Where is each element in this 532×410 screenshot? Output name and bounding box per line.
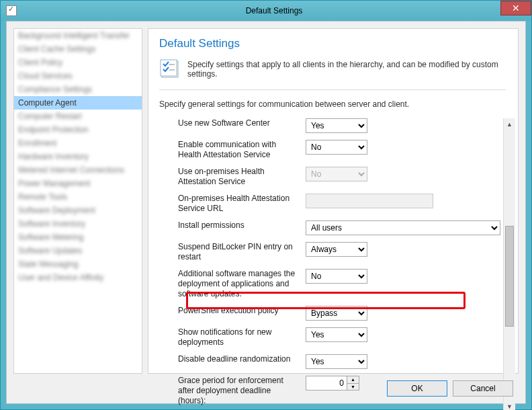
setting-label: Show notifications for new deployments bbox=[178, 327, 306, 347]
sidebar-item-label: Software Updates bbox=[18, 246, 82, 255]
setting-label: Suspend BitLocker PIN entry on restart bbox=[178, 242, 306, 262]
setting-label: Enable communication with Health Attesta… bbox=[178, 140, 306, 160]
sidebar-item[interactable]: Remote Tools bbox=[14, 190, 142, 204]
setting-control: Always bbox=[306, 242, 367, 257]
setting-label: Grace period for enforcement after deplo… bbox=[178, 376, 306, 406]
ok-button[interactable]: OK bbox=[387, 380, 447, 397]
setting-row: Use new Software CenterYes bbox=[178, 118, 500, 133]
sidebar-item-label: Software Deployment bbox=[18, 206, 95, 215]
panel-sub-intro: Specify general settings for communicati… bbox=[159, 99, 515, 109]
sidebar-item-label: Enrollment bbox=[18, 138, 56, 148]
sidebar-item-label: Computer Restart bbox=[18, 112, 82, 121]
sidebar-item-label: Software Inventory bbox=[18, 219, 85, 229]
sidebar-item[interactable]: Software Updates bbox=[14, 244, 142, 257]
setting-label: PowerShell execution policy bbox=[178, 306, 306, 316]
sidebar-item[interactable]: Computer Restart bbox=[14, 110, 142, 123]
setting-control: ▲▼ bbox=[306, 376, 359, 391]
setting-dropdown[interactable]: All users bbox=[306, 220, 500, 235]
sidebar-item[interactable]: Client Policy bbox=[14, 56, 142, 69]
sidebar-item[interactable]: Client Cache Settings bbox=[14, 42, 142, 56]
sidebar-item[interactable]: Software Inventory bbox=[14, 217, 142, 231]
sidebar-item[interactable]: Software Metering bbox=[14, 231, 142, 244]
sidebar-item[interactable]: Background Intelligent Transfer bbox=[14, 29, 142, 42]
setting-row: Additional software manages the deployme… bbox=[178, 269, 500, 299]
panel-intro: Specify settings that apply to all clien… bbox=[187, 60, 506, 79]
setting-textbox bbox=[306, 194, 433, 208]
panel-heading: Default Settings bbox=[159, 37, 515, 50]
sidebar-item-label: Computer Agent bbox=[18, 98, 77, 108]
titlebar: Default Settings ✕ bbox=[1, 1, 531, 21]
sidebar-item[interactable]: Computer Agent bbox=[14, 96, 142, 110]
sidebar-item[interactable]: Software Deployment bbox=[14, 204, 142, 217]
system-menu-icon[interactable] bbox=[6, 5, 17, 16]
sidebar-item-label: Client Policy bbox=[18, 58, 62, 67]
sidebar-item-label: State Messaging bbox=[18, 259, 78, 269]
setting-dropdown[interactable]: Always bbox=[306, 242, 367, 257]
sidebar-item-label: User and Device Affinity bbox=[18, 273, 103, 282]
setting-control: All users bbox=[306, 220, 500, 235]
scroll-down-arrow[interactable]: ▼ bbox=[504, 401, 515, 410]
sidebar-item[interactable]: Cloud Services bbox=[14, 69, 142, 83]
setting-control: No bbox=[306, 140, 367, 155]
setting-dropdown[interactable]: Yes bbox=[306, 354, 367, 369]
setting-label: On-premises Health Attestation Service U… bbox=[178, 194, 306, 214]
sidebar-item[interactable]: Compliance Settings bbox=[14, 83, 142, 96]
sidebar-item-label: Software Metering bbox=[18, 233, 83, 242]
dialog-button-bar: OK Cancel bbox=[387, 380, 513, 397]
settings-panel: Default Settings Specify settings that a… bbox=[148, 28, 519, 374]
setting-label: Use on-premises Health Attestation Servi… bbox=[178, 167, 306, 187]
setting-label: Use new Software Center bbox=[178, 118, 306, 128]
setting-row: Enable communication with Health Attesta… bbox=[178, 140, 500, 160]
setting-label: Additional software manages the deployme… bbox=[178, 269, 306, 299]
setting-control: No bbox=[306, 167, 367, 181]
setting-dropdown: No bbox=[306, 167, 367, 181]
divider bbox=[159, 89, 506, 90]
sidebar-item[interactable]: Enrollment bbox=[14, 136, 142, 150]
spinner-down[interactable]: ▼ bbox=[347, 384, 359, 391]
default-settings-window: Default Settings ✕ Background Intelligen… bbox=[0, 0, 532, 410]
settings-list: Use new Software CenterYesEnable communi… bbox=[159, 118, 503, 410]
setting-dropdown[interactable]: No bbox=[306, 269, 367, 284]
scroll-up-arrow[interactable]: ▲ bbox=[504, 118, 515, 130]
setting-row: Install permissionsAll users bbox=[178, 220, 500, 235]
setting-control: Yes bbox=[306, 354, 367, 369]
setting-row: Disable deadline randomizationYes bbox=[178, 354, 500, 369]
setting-control bbox=[306, 194, 433, 208]
sidebar-item-label: Power Management bbox=[18, 179, 90, 188]
sidebar-item[interactable]: Endpoint Protection bbox=[14, 123, 142, 136]
spinner-input[interactable] bbox=[306, 376, 347, 390]
setting-control: Yes bbox=[306, 118, 367, 133]
setting-control: Yes bbox=[306, 327, 367, 342]
spinner-up[interactable]: ▲ bbox=[347, 376, 359, 384]
vertical-scrollbar[interactable]: ▲ ▼ bbox=[503, 118, 515, 410]
sidebar-item[interactable]: Hardware Inventory bbox=[14, 150, 142, 163]
setting-row: PowerShell execution policyBypass bbox=[178, 306, 500, 321]
sidebar-item-label: Background Intelligent Transfer bbox=[18, 31, 130, 40]
setting-dropdown[interactable]: Yes bbox=[306, 118, 367, 133]
sidebar-item[interactable]: State Messaging bbox=[14, 257, 142, 271]
setting-dropdown[interactable]: Bypass bbox=[306, 306, 367, 321]
setting-label: Install permissions bbox=[178, 220, 306, 231]
setting-row: Use on-premises Health Attestation Servi… bbox=[178, 167, 500, 187]
checklist-icon bbox=[159, 58, 181, 80]
setting-control: Bypass bbox=[306, 306, 367, 321]
sidebar-item-label: Endpoint Protection bbox=[18, 125, 89, 134]
setting-row: Show notifications for new deploymentsYe… bbox=[178, 327, 500, 347]
sidebar-item-label: Remote Tools bbox=[18, 192, 67, 202]
sidebar-item[interactable]: User and Device Affinity bbox=[14, 271, 142, 284]
sidebar-item-label: Cloud Services bbox=[18, 71, 73, 81]
category-sidebar[interactable]: Background Intelligent TransferClient Ca… bbox=[13, 28, 142, 374]
sidebar-item-label: Client Cache Settings bbox=[18, 44, 95, 54]
sidebar-item[interactable]: Power Management bbox=[14, 177, 142, 190]
setting-dropdown[interactable]: Yes bbox=[306, 327, 367, 342]
setting-dropdown[interactable]: No bbox=[306, 140, 367, 155]
setting-control: No bbox=[306, 269, 367, 284]
scroll-thumb[interactable] bbox=[505, 226, 514, 327]
setting-row: On-premises Health Attestation Service U… bbox=[178, 194, 500, 214]
sidebar-item[interactable]: Metered Internet Connections bbox=[14, 163, 142, 177]
setting-row: Suspend BitLocker PIN entry on restartAl… bbox=[178, 242, 500, 262]
setting-spinner[interactable]: ▲▼ bbox=[306, 376, 359, 391]
cancel-button[interactable]: Cancel bbox=[453, 380, 513, 397]
dialog-body: Background Intelligent TransferClient Ca… bbox=[6, 21, 526, 404]
close-button[interactable]: ✕ bbox=[500, 1, 531, 15]
